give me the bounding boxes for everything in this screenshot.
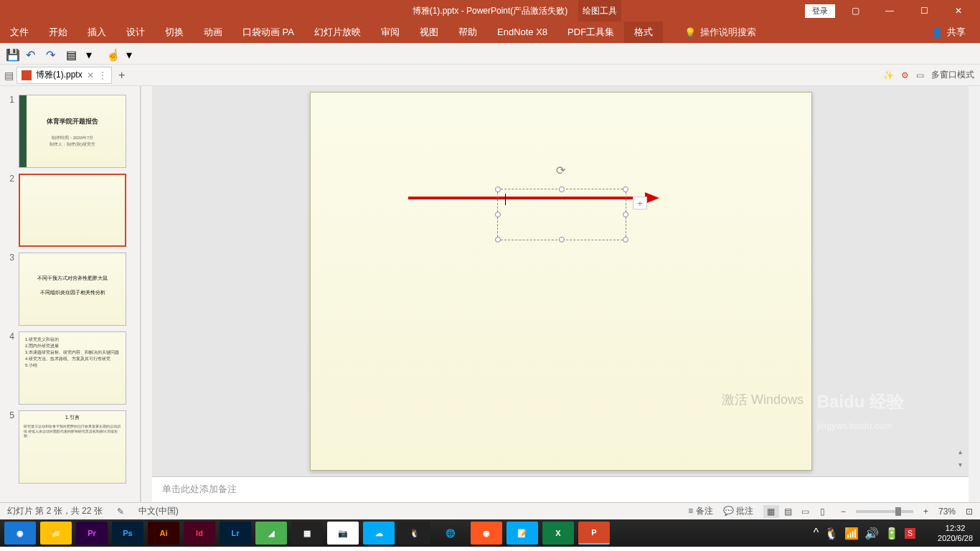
tab-endnote[interactable]: EndNote X8	[487, 22, 557, 43]
redo-icon[interactable]: ↷	[46, 48, 57, 60]
tab-file[interactable]: 文件	[0, 22, 39, 43]
normal-view-button[interactable]: ▦	[763, 505, 779, 518]
tab-home[interactable]: 开始	[39, 22, 77, 43]
qat-dropdown-icon[interactable]: ▾	[86, 48, 98, 60]
tray-qq-icon[interactable]: 🐧	[824, 527, 839, 540]
slideshow-view-button[interactable]: ▯	[815, 505, 831, 518]
resize-handle[interactable]	[623, 237, 628, 242]
resize-handle[interactable]	[623, 187, 628, 192]
zoom-slider[interactable]	[856, 510, 913, 513]
reading-view-button[interactable]: ▭	[798, 505, 814, 518]
add-tab-button[interactable]: +	[115, 68, 129, 83]
tab-design[interactable]: 设计	[116, 22, 155, 43]
multi-window-label[interactable]: 多窗口模式	[931, 69, 974, 81]
resize-handle[interactable]	[559, 237, 565, 242]
taskbar-app-premiere[interactable]: Pr	[76, 522, 108, 545]
tab-view[interactable]: 视图	[410, 22, 448, 43]
zoom-in-button[interactable]: +	[923, 507, 928, 517]
tab-help[interactable]: 帮助	[448, 22, 487, 43]
rotate-handle-icon[interactable]: ⟳	[556, 164, 565, 177]
notes-pane[interactable]: 单击此处添加备注	[152, 476, 969, 502]
start-from-beginning-icon[interactable]: ▤	[66, 48, 77, 60]
tab-format[interactable]: 格式	[624, 22, 663, 43]
taskbar-app-camera[interactable]: 📷	[327, 522, 359, 545]
next-slide-button[interactable]: ▾	[954, 459, 966, 469]
ribbon-display-options[interactable]: ▢	[841, 0, 870, 22]
tab-insert[interactable]: 插入	[77, 22, 116, 43]
magic-icon[interactable]: ✨	[883, 70, 894, 80]
slide-thumbnail-1[interactable]: 体育学院开题报告 制作时间：2020年7月 制作人：制作(秋)研究生	[19, 95, 126, 168]
thumbnails-scrollbar[interactable]	[141, 86, 152, 502]
resize-handle[interactable]	[559, 187, 565, 192]
resize-handle[interactable]	[495, 212, 501, 217]
system-tray[interactable]: ^ 🐧 📶 🔊 🔋 S	[814, 527, 915, 540]
tab-animations[interactable]: 动画	[194, 22, 232, 43]
taskbar-app-excel[interactable]: X	[542, 522, 574, 545]
tell-me-search[interactable]: 💡 操作说明搜索	[684, 26, 756, 39]
share-button[interactable]: 共享	[947, 26, 966, 39]
notes-toggle[interactable]: ≡ 备注	[688, 505, 712, 517]
tab-transitions[interactable]: 切换	[155, 22, 194, 43]
tab-slideshow[interactable]: 幻灯片放映	[304, 22, 371, 43]
outline-icon[interactable]: ▤	[4, 70, 14, 81]
slide-counter[interactable]: 幻灯片 第 2 张，共 22 张	[7, 505, 103, 517]
maximize-button[interactable]: ☐	[910, 0, 938, 22]
current-slide[interactable]: ⟳ +	[310, 92, 812, 471]
taskbar-app-video[interactable]: ▦	[291, 522, 323, 545]
resize-handle[interactable]	[623, 212, 628, 217]
taskbar-app-powerpoint[interactable]: P	[578, 522, 610, 545]
close-tab-icon[interactable]: ✕	[87, 70, 94, 80]
fit-to-window-button[interactable]: ⊡	[966, 507, 973, 517]
multi-window-icon[interactable]: ▭	[916, 70, 924, 80]
qat-customize-icon[interactable]: ▾	[126, 48, 138, 60]
tab-review[interactable]: 审阅	[371, 22, 410, 43]
slide-thumbnail-2[interactable]	[19, 174, 126, 247]
prev-slide-button[interactable]: ▴	[954, 446, 966, 456]
language-status[interactable]: 中文(中国)	[138, 505, 179, 517]
tab-pocket-anim[interactable]: 口袋动画 PA	[232, 22, 304, 43]
taskbar-clock[interactable]: 12:32 2020/6/28	[938, 523, 973, 544]
tray-volume-icon[interactable]: 🔊	[864, 527, 879, 540]
taskbar-app-indesign[interactable]: Id	[184, 522, 215, 545]
tab-pdf[interactable]: PDF工具集	[557, 22, 624, 43]
taskbar-app-qq[interactable]: 🐧	[399, 522, 430, 545]
undo-icon[interactable]: ↶	[26, 48, 37, 60]
close-button[interactable]: ✕	[944, 0, 973, 22]
minimize-button[interactable]: —	[875, 0, 904, 22]
taskbar-app-illustrator[interactable]: Ai	[148, 522, 179, 545]
tray-network-icon[interactable]: 📶	[844, 527, 859, 540]
slide-sorter-button[interactable]: ▤	[781, 505, 796, 518]
document-tab[interactable]: 博雅(1).pptx ✕ ⋮	[17, 67, 112, 84]
comments-toggle[interactable]: 💬 批注	[723, 505, 753, 517]
taskbar-app-browser[interactable]: ◉	[4, 522, 36, 545]
taskbar-app-orange[interactable]: ◉	[471, 522, 502, 545]
tray-battery-icon[interactable]: 🔋	[885, 527, 899, 540]
zoom-out-button[interactable]: −	[841, 507, 846, 517]
tray-up-icon[interactable]: ^	[814, 527, 819, 540]
slide-thumbnail-4[interactable]: 1.研究意义和目的 2.国内外研究进展 3.本课题研究目标、研究内容、和解决的关…	[19, 331, 126, 405]
touch-mode-icon[interactable]: ☝	[106, 48, 118, 60]
taskbar-app-photoshop[interactable]: Ps	[112, 522, 143, 545]
text-box[interactable]: ⟳ +	[497, 189, 626, 240]
tray-ime-icon[interactable]: S	[905, 528, 915, 539]
taskbar-app-lightroom[interactable]: Lr	[220, 522, 251, 545]
tab-menu-icon[interactable]: ⋮	[98, 70, 107, 80]
taskbar-app-green[interactable]: ◢	[255, 522, 287, 545]
save-icon[interactable]: 💾	[6, 48, 17, 60]
resize-handle[interactable]	[495, 187, 501, 192]
slide-thumbnail-3[interactable]: 不同干预方式对营养性肥胖大鼠 不同组织炎症因子相关性分析	[19, 253, 126, 326]
login-button[interactable]: 登录	[805, 4, 835, 18]
spell-check-icon[interactable]: ✎	[117, 507, 124, 517]
resize-handle[interactable]	[495, 237, 501, 242]
slide-canvas[interactable]: ⟳ + ▴ ▾ 激活 Windows Baidu	[152, 86, 969, 476]
taskbar-app-notes[interactable]: 📝	[507, 522, 538, 545]
taskbar-app-explorer[interactable]: 📁	[40, 522, 72, 545]
slide-thumbnail-5[interactable]: 1.引言 研究显示运动和饮食干预对肥胖的治疗效果显著长期的运动训练 持续人体运动…	[19, 410, 126, 484]
settings-icon[interactable]: ⚙	[901, 70, 909, 80]
taskbar-app-chrome[interactable]: 🌐	[435, 522, 466, 545]
zoom-level[interactable]: 73%	[938, 507, 956, 517]
layout-options-button[interactable]: +	[633, 197, 647, 209]
taskbar-app-cloud[interactable]: ☁	[363, 522, 395, 545]
slide-thumbnails[interactable]: 1 体育学院开题报告 制作时间：2020年7月 制作人：制作(秋)研究生 2 3…	[0, 86, 141, 502]
editor-scrollbar[interactable]	[969, 86, 980, 502]
